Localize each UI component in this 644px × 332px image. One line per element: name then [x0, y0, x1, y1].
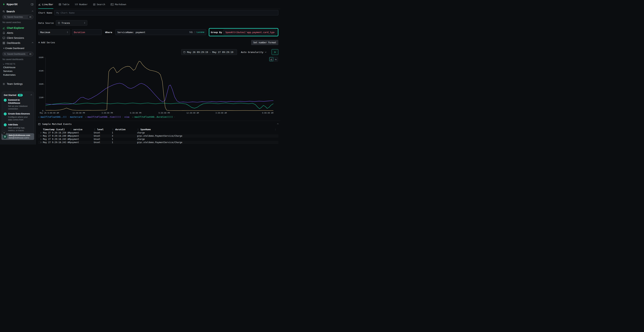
- plot-region[interactable]: [46, 58, 273, 111]
- sql-mode-button[interactable]: SQL: [189, 31, 193, 34]
- aggregation-value: Maximum: [40, 31, 50, 34]
- get-started-item[interactable]: Connect to ClickHouse Set up your databa…: [4, 98, 32, 110]
- group-by-input[interactable]: [224, 29, 276, 35]
- sample-matched-events-panel: Sample Matched Events Timestamp (Local) …: [36, 121, 280, 144]
- cell-spanname: charge: [137, 138, 274, 140]
- shortcut-badge: ⌘K: [28, 16, 32, 18]
- column-menu-icon[interactable]: ⋮: [137, 128, 139, 131]
- tab-number[interactable]: 123 Number: [75, 0, 88, 9]
- legend-item[interactable]: — maxIf(toFloat64O..))) · mastercard: [38, 116, 82, 118]
- brand-name: HyperDX: [6, 3, 18, 6]
- legend-tag: mastercard: [70, 116, 82, 118]
- set-number-format-button[interactable]: Set number format: [251, 40, 278, 45]
- get-started-header[interactable]: Get Started 3/3: [4, 94, 32, 96]
- cell-service: payment: [70, 135, 94, 137]
- shortcut-badge: ⌘K: [28, 52, 32, 56]
- sidebar-item-alerts[interactable]: Alerts: [0, 30, 36, 36]
- events-header[interactable]: Sample Matched Events: [38, 123, 278, 126]
- legend-swatch: —: [38, 116, 40, 118]
- line-chart-icon: [270, 58, 273, 60]
- get-started-title: Get Started: [4, 94, 16, 96]
- create-dashboard-button[interactable]: + Create Dashboard: [0, 46, 36, 50]
- table-row[interactable]: May 27 9:29:18.243 AM payment Unset 1 gr…: [38, 141, 278, 144]
- column-header-timestamp[interactable]: Timestamp (Local): [43, 128, 70, 131]
- preset-item-kubernetes[interactable]: Kubernetes: [0, 73, 36, 77]
- saved-searches-input[interactable]: Saved Searches ⌘K: [2, 15, 34, 19]
- y-tick-label: 600M: [39, 56, 44, 58]
- sidebar-item-dashboards[interactable]: Dashboards: [0, 40, 36, 46]
- run-query-button[interactable]: [272, 49, 278, 55]
- where-input[interactable]: [117, 30, 188, 35]
- group-by-highlight: Group By: [209, 28, 278, 36]
- aggregation-select[interactable]: Maximum: [38, 29, 70, 35]
- mode-divider: |: [194, 31, 196, 34]
- table-row[interactable]: May 27 9:29:18.243 AM payment Unset 1 ch…: [38, 138, 278, 141]
- sidebar-collapse-icon[interactable]: [31, 3, 34, 6]
- search-section-header[interactable]: Search: [0, 10, 36, 13]
- expand-icon[interactable]: [38, 132, 43, 133]
- granularity-select[interactable]: Auto Granularity: [240, 49, 267, 55]
- cell-level: Unset: [94, 141, 112, 144]
- presets-toggle[interactable]: PRESETS: [3, 63, 33, 65]
- cell-level: Unset: [94, 135, 112, 137]
- sidebar-item-chart-explorer[interactable]: Chart Explorer: [0, 26, 36, 30]
- tab-line-bar[interactable]: Line/Bar: [38, 0, 53, 9]
- sidebar-item-team-settings[interactable]: Team Settings: [0, 82, 36, 86]
- column-menu-icon[interactable]: ⋮: [112, 128, 114, 131]
- cell-spanname: grpc.oteldemo.PaymentService/Charge: [137, 141, 274, 144]
- expand-icon[interactable]: [38, 136, 43, 136]
- expand-icon[interactable]: [38, 139, 43, 140]
- legend-item[interactable]: — maxIf(toFloat64O..Duration))))) ·: [132, 116, 176, 118]
- legend-tag: visa: [124, 116, 129, 118]
- column-menu-icon[interactable]: ⋮: [70, 128, 72, 131]
- add-series-button[interactable]: ⊕ Add Series: [38, 41, 55, 44]
- check-icon: [4, 124, 6, 126]
- preset-item-clickhouse[interactable]: ClickHouse: [0, 66, 36, 69]
- nav-label: Chart Explorer: [7, 26, 24, 29]
- table-row[interactable]: May 27 9:29:18.249 AM payment Unset 3 gr…: [38, 134, 278, 138]
- tab-table[interactable]: Table: [59, 0, 70, 9]
- saved-dashboards-input[interactable]: Saved Dashboards ⌘K: [2, 52, 34, 56]
- bar-chart-toggle[interactable]: [274, 57, 278, 61]
- field-input[interactable]: [72, 29, 102, 35]
- x-axis: May 26 9:00:00 AM 12:30:00 PM 3:30:00 PM…: [46, 112, 273, 114]
- table-header-row: Timestamp (Local) ⋮service ⋮level ⋮durat…: [38, 128, 278, 131]
- x-tick-label: 12:30:00 AM: [186, 112, 199, 114]
- cell-service: payment: [70, 138, 94, 140]
- expand-icon[interactable]: [38, 142, 43, 143]
- x-tick-label: 12:30:00 PM: [72, 112, 85, 114]
- chart-name-label: Chart Name: [38, 12, 52, 14]
- column-header-spanname[interactable]: ⋮SpanName: [137, 128, 274, 131]
- x-tick-label: 6:30:00 PM: [130, 112, 141, 114]
- cell-duration: 1: [112, 141, 137, 144]
- get-started-item[interactable]: Create Data Sources Configure where your…: [4, 112, 32, 121]
- help-button[interactable]: ?: [2, 131, 6, 135]
- date-range-input[interactable]: May 26 09:29:19 - May 27 09:29:19: [181, 49, 237, 55]
- legend-swatch: —: [132, 116, 134, 118]
- column-header-level[interactable]: ⋮level: [94, 128, 112, 131]
- chart-type-toggle: [269, 57, 278, 62]
- column-header-duration[interactable]: ⋮duration: [112, 128, 137, 131]
- line-chart-toggle[interactable]: [270, 57, 273, 61]
- legend-item[interactable]: — maxIf(toFloat64O..tion))))) · visa: [85, 116, 130, 118]
- sidebar-item-client-sessions[interactable]: Client Sessions: [0, 36, 36, 40]
- user-menu[interactable]: D dale@clickhouse.com dale@clickhouse.co…: [2, 133, 34, 140]
- series-actions-row: ⊕ Add Series Set number format: [36, 40, 280, 45]
- cell-duration: 1: [112, 132, 137, 134]
- table-row[interactable]: May 27 9:29:18.250 AM payment Unset 1 ch…: [38, 131, 278, 134]
- preset-item-services[interactable]: Services: [0, 69, 36, 73]
- chart-name-input[interactable]: [54, 10, 278, 16]
- chart-name-row: Chart Name: [36, 10, 280, 16]
- lucene-mode-button[interactable]: Lucene: [196, 31, 204, 34]
- column-header-service[interactable]: ⋮service: [70, 128, 94, 131]
- chevron-up-down-icon: [84, 22, 86, 24]
- line-bar-icon: [38, 3, 41, 6]
- tab-search[interactable]: Search: [93, 0, 105, 9]
- get-started-item[interactable]: Add Data Start sending logs, metrics, or…: [4, 123, 32, 132]
- column-menu-icon[interactable]: ⋮: [94, 128, 96, 131]
- table-menu-icon[interactable]: ⋮: [274, 128, 278, 131]
- data-source-select[interactable]: Traces: [56, 20, 87, 26]
- chart-series-violet: [46, 83, 273, 104]
- check-icon: [4, 99, 6, 102]
- tab-markdown[interactable]: M↓ Markdown: [110, 0, 126, 9]
